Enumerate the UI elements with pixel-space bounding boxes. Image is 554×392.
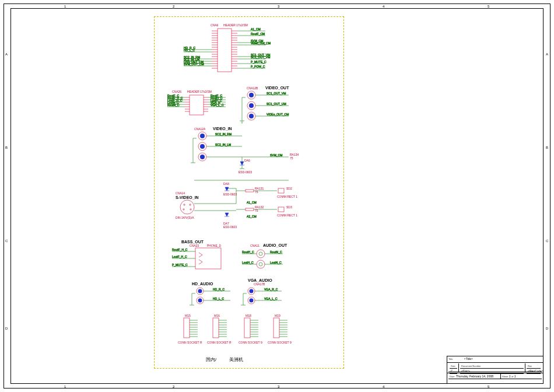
hd-audio-title: HD_AUDIO: [192, 282, 213, 286]
svg-text:VGA_L_C: VGA_L_C: [264, 297, 278, 300]
svg-rect-221: [213, 318, 219, 338]
grid-row: A: [546, 52, 548, 56]
header1-body: [218, 29, 232, 72]
grid-row: D: [546, 327, 548, 330]
svg-text:SC2_IN_LM: SC2_IN_LM: [215, 143, 231, 146]
tb-date: Thursday, February 14, 2008: [456, 374, 493, 378]
esd-diode: [240, 162, 244, 169]
video-in-block: CNA12A VIDEO_IN SC2_IN_RM SC2_IN_LM DA6 …: [191, 127, 299, 174]
header1-pins: [212, 31, 237, 68]
grid-row: D: [5, 327, 8, 330]
svg-point-199: [250, 289, 254, 293]
svg-point-177: [257, 260, 265, 268]
audio-out-block: CNA11 AUDIO_OUT RoutH_C RoutN_C LoutH_C …: [242, 243, 287, 268]
svg-text:RoutN_C: RoutN_C: [167, 103, 180, 107]
svg-text:RoutN_C: RoutN_C: [270, 250, 282, 254]
diode-part: ESD-0603: [239, 170, 252, 174]
svg-point-201: [250, 299, 254, 303]
rca-jack: [248, 297, 255, 304]
svg-text:RoutF_H_C: RoutF_H_C: [172, 248, 188, 251]
svideo-connector: [180, 200, 194, 214]
grid-row: C: [546, 239, 548, 243]
esd-diode: [225, 187, 229, 191]
resistor: [246, 208, 254, 211]
svideo-title: S-VIDEO_IN: [176, 195, 199, 200]
grid-row: A: [5, 52, 8, 56]
esd-diode: [225, 213, 229, 216]
svg-text:CONN SOCKET 9: CONN SOCKET 9: [239, 341, 262, 344]
tb-sheet-label: Sheet: [502, 375, 508, 378]
gnd: [190, 293, 195, 305]
grid-col: 2: [173, 385, 174, 388]
grid-col: 1: [64, 385, 66, 388]
gnd: [191, 138, 197, 163]
tb-date-label: Date:: [450, 375, 455, 378]
tb-sheet: 1: [509, 374, 511, 378]
svg-text:SVM_CM: SVM_CM: [270, 153, 282, 157]
grid-col: 4: [383, 385, 384, 388]
grid-row: C: [5, 239, 8, 243]
rca-jack: [247, 112, 255, 120]
schematic-subsheet-outline: CNA6 HEADER 17x2/SM: [154, 16, 344, 369]
svideo-ref: CNA14: [176, 191, 185, 195]
header2-block: CNA26 HEADER 17x2/SM RoutF_C RoutF_H_C L…: [167, 90, 226, 115]
svg-text:LoutF_H_C: LoutF_H_C: [172, 255, 187, 258]
svg-text:SD3: SD3: [286, 205, 292, 209]
header2-wires: RoutF_C RoutF_H_C LoutF_H_C LoutN_C Rout…: [167, 94, 226, 107]
grid-col: 3: [278, 5, 279, 8]
hd-audio-block: HD_AUDIO HD_R_C HD_L_C: [190, 282, 230, 305]
video-in-title: VIDEO_IN: [213, 127, 232, 131]
bass-jack: PHONE_D: [207, 244, 222, 247]
svg-text:HD_L_C: HD_L_C: [213, 297, 225, 300]
svg-text:Video_Out_CM: Video_Out_CM: [251, 41, 271, 45]
grid-col: 1: [64, 5, 66, 8]
svg-point-190: [198, 299, 202, 303]
svg-text:SC1_OUT_VM: SC1_OUT_VM: [251, 55, 270, 59]
svg-text:COMM RECT 1: COMM RECT 1: [277, 195, 297, 198]
header1-ref: CNA6: [211, 23, 219, 27]
tb-of: 1: [514, 374, 516, 378]
rca-jack: [247, 91, 255, 99]
vga-audio-ref: CNA17B: [254, 282, 265, 286]
header1-block: CNA6 HEADER 17x2/SM: [184, 23, 271, 72]
svg-text:VGA_L_C: VGA_L_C: [211, 103, 224, 107]
svg-point-116: [200, 144, 205, 149]
socket: M19 CONN SOCKET 9: [268, 314, 292, 344]
tb-rev-label: Rev: [527, 364, 541, 369]
svg-text:P_MUTE_C: P_MUTE_C: [251, 60, 267, 64]
svg-text:HD_R_C: HD_R_C: [213, 288, 225, 291]
svg-text:VIDEo_OUT_CM: VIDEo_OUT_CM: [267, 113, 289, 116]
socket: M15 CONN SOCKET R: [178, 314, 202, 344]
svg-text:CONN SOCKET R: CONN SOCKET R: [207, 341, 232, 344]
svg-point-136: [183, 209, 184, 210]
svg-point-188: [198, 289, 202, 293]
header2-pins: [185, 97, 208, 111]
bass-connector: [195, 248, 221, 269]
svg-text:SC2_IN_RM: SC2_IN_RM: [215, 132, 232, 136]
grid-row: B: [5, 146, 8, 149]
header1-wires-left: HD_R_C HD_L_C SC2_IN_RM SC2_IN_LM OSS_DE…: [184, 46, 212, 66]
rca-jack: [197, 288, 204, 295]
tb-title: <Title>: [464, 357, 473, 360]
tb-title-label: Title: [448, 358, 453, 360]
svg-text:DA8: DA8: [223, 182, 229, 186]
rca-jack: [248, 288, 255, 295]
bass-title: BASS_OUT: [181, 240, 204, 244]
svg-text:A1_CM: A1_CM: [251, 27, 261, 31]
svg-point-99: [249, 103, 254, 108]
svg-point-101: [249, 114, 254, 118]
header2-type: HEADER 17x2/SM: [187, 90, 212, 93]
rca-jack: [198, 132, 206, 140]
bass-ref: CNA23: [190, 244, 199, 247]
rca-jack: [197, 297, 204, 304]
svg-text:CONN SOCKET R: CONN SOCKET R: [178, 341, 202, 344]
tb-rev: <RevCode>: [527, 369, 541, 374]
gnd: [241, 293, 247, 305]
footer-text-b: 美洲机: [229, 357, 243, 362]
header1-type: HEADER 17x2/SM: [223, 23, 248, 27]
schematic-canvas: CNA6 HEADER 17x2/SM: [155, 17, 343, 368]
svg-rect-232: [244, 318, 250, 338]
grid-row: B: [546, 146, 548, 149]
svg-point-135: [190, 204, 191, 205]
grid-col: 2: [173, 5, 174, 8]
